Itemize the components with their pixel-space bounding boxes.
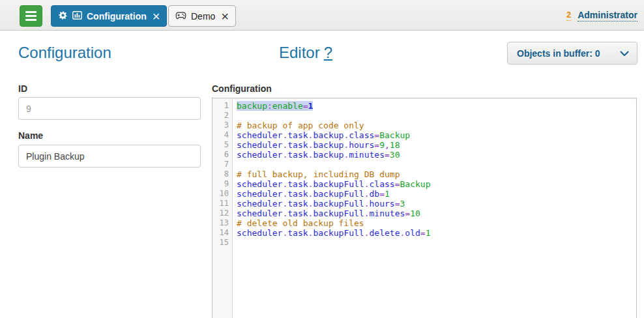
code-line: 12scheduler.task.backupFull.minutes=10	[212, 209, 636, 218]
name-field[interactable]	[18, 145, 201, 167]
id-label: ID	[18, 83, 27, 94]
code-line-content: scheduler.task.backupFull.hours=3	[233, 199, 405, 209]
editor-title: Editor?	[279, 44, 332, 62]
editor-title-text: Editor	[279, 44, 320, 61]
menu-button[interactable]	[20, 5, 42, 27]
administrator-link[interactable]: Administrator	[578, 10, 637, 22]
code-line-content: scheduler.task.backup.class=Backup	[233, 130, 410, 140]
objects-in-buffer-dropdown[interactable]: Objects in buffer: 0	[507, 42, 637, 65]
id-field[interactable]	[18, 97, 201, 120]
tab-label: Configuration	[87, 11, 147, 22]
code-line-content	[233, 111, 237, 121]
code-line: 6scheduler.task.backup.minutes=30	[212, 150, 636, 160]
close-icon[interactable]: ×	[220, 10, 229, 23]
line-number: 10	[212, 189, 233, 199]
line-number: 1	[212, 101, 233, 111]
gamepad-icon	[175, 11, 186, 22]
code-line: 11scheduler.task.backupFull.hours=3	[212, 199, 636, 209]
code-line: 13# delete old backup files	[212, 218, 636, 228]
code-line: 7	[212, 160, 636, 169]
line-number: 13	[212, 218, 233, 228]
line-number: 15	[212, 238, 233, 248]
tab-label: Demo	[191, 11, 215, 22]
gear-icon	[58, 10, 68, 22]
code-line-content: scheduler.task.backup.hours=9,18	[233, 140, 400, 150]
line-number: 9	[212, 179, 233, 189]
line-number: 11	[212, 199, 233, 209]
line-number: 2	[212, 111, 233, 121]
topbar-right: 2 Administrator	[566, 0, 637, 31]
topbar: Configuration × Demo × 2 Administrator	[0, 0, 644, 31]
close-icon[interactable]: ×	[151, 10, 160, 23]
code-line-content: scheduler.task.backupFull.delete.old=1	[233, 228, 430, 238]
buffer-label: Objects in buffer: 0	[517, 48, 600, 59]
name-label: Name	[18, 130, 43, 141]
line-number: 3	[212, 121, 233, 130]
line-number: 7	[212, 160, 233, 169]
code-line-content: backup:enable=1	[233, 101, 313, 111]
code-line: 8# full backup, including DB dump	[212, 169, 636, 179]
code-line: 5scheduler.task.backup.hours=9,18	[212, 140, 636, 150]
code-line-content: # full backup, including DB dump	[233, 169, 400, 179]
code-line: 10scheduler.task.backupFull.db=1	[212, 189, 636, 199]
code-line: 15	[212, 238, 636, 248]
line-number: 8	[212, 169, 233, 179]
code-line-content: scheduler.task.backupFull.class=Backup	[233, 179, 430, 189]
tab-demo[interactable]: Demo ×	[168, 5, 236, 27]
code-line-content: # backup of app code only	[233, 121, 364, 130]
code-line: 4scheduler.task.backup.class=Backup	[212, 130, 636, 140]
line-number: 14	[212, 228, 233, 238]
line-number: 6	[212, 150, 233, 160]
code-line-content: scheduler.task.backupFull.minutes=10	[233, 209, 420, 218]
page-title: Configuration	[18, 44, 111, 62]
code-line: 2	[212, 111, 636, 121]
code-line: 9scheduler.task.backupFull.class=Backup	[212, 179, 636, 189]
app-window: Configuration × Demo × 2 Administrator C…	[0, 0, 644, 318]
notification-count[interactable]: 2	[566, 10, 571, 21]
configuration-editor-label: Configuration	[212, 83, 272, 94]
code-line-content	[233, 238, 237, 248]
code-line: 1backup:enable=1	[212, 101, 636, 111]
code-line-content: # delete old backup files	[233, 218, 364, 228]
code-line: 14scheduler.task.backupFull.delete.old=1	[212, 228, 636, 238]
code-line-content: scheduler.task.backupFull.db=1	[233, 189, 390, 199]
code-lines[interactable]: 1backup:enable=123# backup of app code o…	[212, 101, 636, 248]
line-number: 4	[212, 130, 233, 140]
code-line-content	[233, 160, 237, 169]
tab-configuration[interactable]: Configuration ×	[51, 5, 167, 27]
line-number: 12	[212, 209, 233, 218]
code-line: 3# backup of app code only	[212, 121, 636, 130]
line-number: 5	[212, 140, 233, 150]
code-line-content: scheduler.task.backup.minutes=30	[233, 150, 400, 160]
plugin-icon	[72, 11, 82, 22]
chevron-down-icon	[620, 48, 629, 59]
configuration-code-editor[interactable]: 1backup:enable=123# backup of app code o…	[212, 98, 637, 318]
help-link[interactable]: ?	[324, 44, 332, 61]
